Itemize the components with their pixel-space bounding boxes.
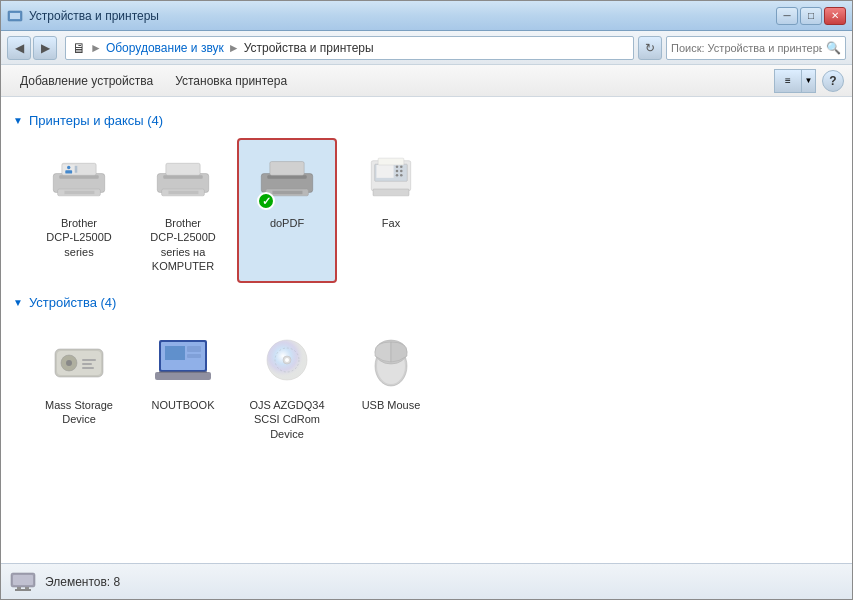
svg-point-26 xyxy=(396,170,399,173)
svg-rect-42 xyxy=(187,346,201,352)
svg-rect-17 xyxy=(267,175,306,178)
statusbar-device-icon xyxy=(9,565,37,593)
device-cdrom[interactable]: OJS AZGDQ34 SCSI CdRom Device xyxy=(237,320,337,451)
device-usb-mouse[interactable]: USB Mouse xyxy=(341,320,441,451)
devices-section-header[interactable]: ▼ Устройства (4) xyxy=(13,295,840,310)
svg-rect-41 xyxy=(165,346,185,360)
svg-rect-15 xyxy=(168,191,198,194)
usb-mouse-icon-container xyxy=(359,330,423,394)
mass-storage-icon-container xyxy=(47,330,111,394)
refresh-button[interactable]: ↻ xyxy=(638,36,662,60)
devices-collapse-arrow: ▼ xyxy=(13,297,23,308)
svg-rect-31 xyxy=(373,189,409,196)
svg-rect-44 xyxy=(155,372,211,380)
titlebar: Устройства и принтеры ─ □ ✕ xyxy=(1,1,852,31)
device-brother2[interactable]: Brother DCP-L2500D series на KOMPUTER xyxy=(133,138,233,283)
search-input[interactable] xyxy=(671,42,822,54)
cdrom-icon-container xyxy=(255,330,319,394)
svg-rect-1 xyxy=(10,13,20,19)
forward-button[interactable]: ▶ xyxy=(33,36,57,60)
minimize-button[interactable]: ─ xyxy=(776,7,798,25)
mass-storage-icon xyxy=(47,337,111,387)
nav-arrows: ◀ ▶ xyxy=(7,36,57,60)
view-dropdown[interactable]: ▼ xyxy=(802,69,816,93)
svg-point-28 xyxy=(396,174,399,177)
statusbar-text: Элементов: 8 xyxy=(45,575,120,589)
breadcrumb-root[interactable]: Оборудование и звук xyxy=(106,41,224,55)
statusbar: Элементов: 8 xyxy=(1,563,852,599)
titlebar-icon xyxy=(7,8,23,24)
svg-rect-23 xyxy=(376,165,393,178)
svg-rect-37 xyxy=(82,363,92,365)
breadcrumb-bar: 🖥 ► Оборудование и звук ► Устройства и п… xyxy=(65,36,634,60)
printers-section-header[interactable]: ▼ Принтеры и факсы (4) xyxy=(13,113,840,128)
add-device-button[interactable]: Добавление устройства xyxy=(9,69,164,93)
device-brother1[interactable]: Brother DCP-L2500D series xyxy=(29,138,129,283)
main-content: ▼ Принтеры и факсы (4) xyxy=(1,97,852,563)
titlebar-title: Устройства и принтеры xyxy=(29,9,776,23)
svg-rect-10 xyxy=(65,170,72,173)
back-button[interactable]: ◀ xyxy=(7,36,31,60)
breadcrumb-current: Устройства и принтеры xyxy=(244,41,374,55)
noutbook-label: NOUTBOOK xyxy=(152,398,215,412)
maximize-button[interactable]: □ xyxy=(800,7,822,25)
svg-point-49 xyxy=(285,358,289,362)
laptop-icon xyxy=(151,336,215,388)
view-button[interactable]: ≡ xyxy=(774,69,802,93)
svg-rect-3 xyxy=(59,175,98,178)
svg-rect-30 xyxy=(378,158,404,165)
brother1-label: Brother DCP-L2500D series xyxy=(46,216,111,259)
printers-grid: Brother DCP-L2500D series Brother DCP-L2… xyxy=(29,138,840,283)
close-button[interactable]: ✕ xyxy=(824,7,846,25)
usb-mouse-label: USB Mouse xyxy=(362,398,421,412)
svg-rect-13 xyxy=(166,163,200,175)
mass-storage-label: Mass Storage Device xyxy=(45,398,113,427)
search-icon: 🔍 xyxy=(826,41,841,55)
dopdf-icon-container: ✓ xyxy=(255,148,319,212)
svg-rect-38 xyxy=(82,367,94,369)
svg-point-9 xyxy=(67,166,70,169)
dopdf-label: doPDF xyxy=(270,216,304,230)
svg-point-29 xyxy=(400,174,403,177)
svg-rect-43 xyxy=(187,354,201,358)
breadcrumb-icon: 🖥 xyxy=(72,40,86,56)
mouse-icon xyxy=(359,336,423,388)
main-window: Устройства и принтеры ─ □ ✕ ◀ ▶ 🖥 ► Обор… xyxy=(0,0,853,600)
brother2-icon-container xyxy=(151,148,215,212)
navbar: ◀ ▶ 🖥 ► Оборудование и звук ► Устройства… xyxy=(1,31,852,65)
cdrom-icon xyxy=(255,336,319,388)
svg-point-35 xyxy=(66,360,72,366)
printer-icon xyxy=(49,155,109,205)
device-mass-storage[interactable]: Mass Storage Device xyxy=(29,320,129,451)
printers-collapse-arrow: ▼ xyxy=(13,115,23,126)
devices-grid: Mass Storage Device xyxy=(29,320,840,451)
install-printer-button[interactable]: Установка принтера xyxy=(164,69,298,93)
noutbook-icon-container xyxy=(151,330,215,394)
svg-rect-12 xyxy=(163,175,202,178)
svg-rect-7 xyxy=(64,191,94,194)
devices-section-label: Устройства (4) xyxy=(29,295,117,310)
help-button[interactable]: ? xyxy=(822,70,844,92)
device-fax[interactable]: Fax xyxy=(341,138,441,283)
brother2-label: Brother DCP-L2500D series на KOMPUTER xyxy=(150,216,215,273)
printers-section-label: Принтеры и факсы (4) xyxy=(29,113,163,128)
device-noutbook[interactable]: NOUTBOOK xyxy=(133,320,233,451)
titlebar-buttons: ─ □ ✕ xyxy=(776,7,846,25)
svg-rect-20 xyxy=(272,191,302,194)
search-bar[interactable]: 🔍 xyxy=(666,36,846,60)
fax-icon-container xyxy=(359,148,423,212)
toolbar: Добавление устройства Установка принтера… xyxy=(1,65,852,97)
cdrom-label: OJS AZGDQ34 SCSI CdRom Device xyxy=(249,398,324,441)
svg-rect-36 xyxy=(82,359,96,361)
svg-rect-57 xyxy=(13,575,33,585)
svg-rect-60 xyxy=(15,589,31,591)
svg-point-24 xyxy=(396,165,399,168)
svg-point-27 xyxy=(400,170,403,173)
printer-icon xyxy=(153,155,213,205)
svg-point-25 xyxy=(400,165,403,168)
brother1-icon-container xyxy=(47,148,111,212)
fax-label: Fax xyxy=(382,216,400,230)
default-checkmark: ✓ xyxy=(257,192,275,210)
device-dopdf[interactable]: ✓ doPDF xyxy=(237,138,337,283)
fax-icon xyxy=(361,155,421,205)
